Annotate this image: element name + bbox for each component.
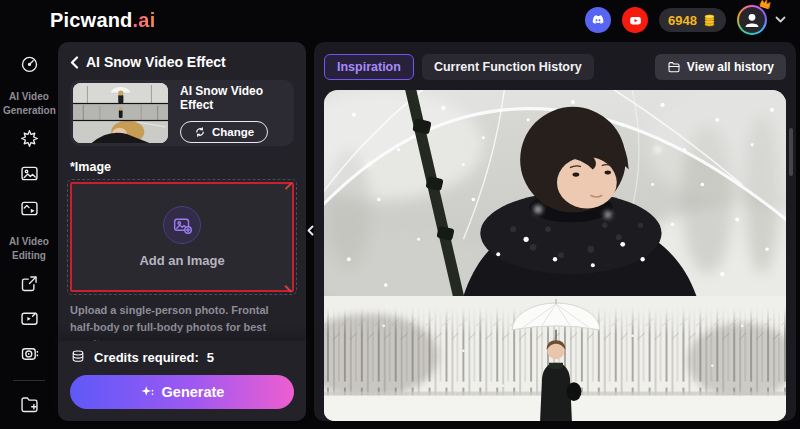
folder-history-icon [667,60,681,74]
content-panel: Inspiration Current Function History Vie… [314,42,796,421]
coin-stack-icon [702,13,717,28]
credits-required-value: 5 [207,350,214,365]
collapse-panel-handle[interactable] [307,211,314,250]
scrollbar-thumb[interactable] [789,128,793,176]
tool-panel: AI Snow Video Effect [58,42,306,421]
view-all-history-button[interactable]: View all history [655,54,786,80]
tab-current-function-history[interactable]: Current Function History [422,54,594,80]
change-button[interactable]: Change [180,121,268,143]
youtube-icon[interactable] [622,7,648,33]
avatar-ring [737,5,767,35]
image-icon [19,163,40,184]
sidebar-item-video-export[interactable] [16,273,42,294]
sidebar-item-image[interactable] [16,163,42,184]
discord-icon[interactable] [585,7,611,33]
sidebar-item-video-record[interactable] [16,343,42,364]
panel-header: AI Snow Video Effect [70,54,294,70]
chevron-down-icon[interactable] [775,16,786,24]
sidebar-item-dashboard[interactable] [16,53,42,74]
back-chevron-icon[interactable] [70,56,79,69]
effect-card: AI Snow Video Effect Change [70,80,294,146]
selection-corner-mark [285,182,292,189]
app-logo[interactable]: Picwand.ai [50,9,155,32]
inspiration-video-boy[interactable] [324,90,786,296]
inspiration-video-forest[interactable] [324,296,786,421]
logo-text: Picwand [50,9,133,31]
avatar-person-icon [742,10,762,30]
topbar-actions: 6948 [585,5,786,35]
credits-required-row: Credits required: 5 [70,349,294,365]
folder-add-icon [19,394,40,415]
credits-count: 6948 [668,13,697,28]
inspiration-media-stack [324,90,786,421]
effect-title: AI Snow Video Effect [180,84,291,112]
magic-burst-icon [19,128,40,149]
generate-label: Generate [162,384,225,400]
tabs-row: Inspiration Current Function History Vie… [324,54,786,80]
video-scale-icon [19,308,40,329]
image-video-icon [19,198,40,219]
tab-inspiration[interactable]: Inspiration [324,54,414,80]
refresh-icon [194,126,206,138]
collapse-chevron-icon [307,225,314,236]
video-record-icon [19,343,40,364]
sidebar-item-image-to-video[interactable] [16,198,42,219]
image-dropzone[interactable]: Add an Image [70,182,294,292]
sidebar-section-generation: AI Video Generation [3,90,55,118]
panel-title: AI Snow Video Effect [86,54,226,70]
sidebar-item-video-scale[interactable] [16,308,42,329]
credits-badge[interactable]: 6948 [659,8,726,32]
coins-outline-icon [70,349,86,365]
image-add-icon [163,206,201,244]
sparkle-icon [140,385,155,400]
view-all-history-label: View all history [687,60,774,74]
image-field-label: *Image [70,160,294,174]
credits-required-label: Credits required: [94,350,199,365]
app-root: Picwand.ai 6948 [0,0,800,429]
sidebar-item-effects[interactable] [16,128,42,149]
gauge-icon [19,53,40,74]
selection-corner-mark [285,285,292,292]
topbar: Picwand.ai 6948 [0,0,800,40]
generate-button[interactable]: Generate [70,375,294,409]
change-label: Change [212,126,254,138]
sidebar: AI Video Generation AI Video Editing [0,40,58,421]
effect-info: AI Snow Video Effect Change [180,84,291,143]
main-layout: AI Video Generation AI Video Editing [0,40,800,429]
sidebar-divider [13,380,45,381]
panel-footer: Credits required: 5 Generate [58,341,306,421]
effect-thumbnail [73,83,168,143]
dropzone-label: Add an Image [139,253,224,268]
avatar[interactable] [737,5,767,35]
export-video-icon [19,273,40,294]
panel-gap [306,40,314,421]
sidebar-section-editing: AI Video Editing [3,235,55,263]
sidebar-item-my-creations[interactable] [16,394,42,415]
logo-suffix: .ai [133,9,156,31]
